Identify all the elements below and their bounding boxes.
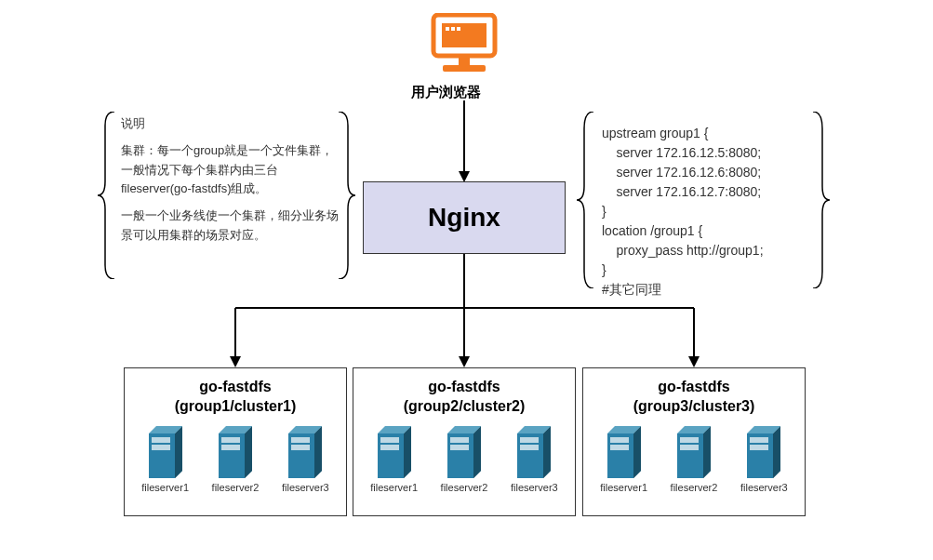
- svg-rect-58: [610, 445, 629, 450]
- svg-rect-28: [221, 445, 240, 450]
- svg-marker-19: [175, 426, 182, 478]
- server-item: fileserver3: [730, 426, 797, 493]
- svg-rect-51: [520, 437, 539, 443]
- svg-rect-52: [520, 445, 539, 450]
- svg-rect-1: [442, 23, 486, 47]
- left-note-title: 说明: [121, 114, 344, 134]
- group3-title: go-fastdfs (group3/cluster3): [589, 378, 799, 417]
- svg-rect-2: [446, 27, 449, 31]
- svg-marker-31: [314, 426, 322, 478]
- server-icon: [741, 426, 786, 478]
- nginx-box: Nginx: [363, 181, 566, 254]
- svg-marker-55: [633, 426, 641, 478]
- server-icon: [143, 426, 188, 478]
- svg-rect-70: [750, 445, 768, 450]
- svg-rect-63: [680, 437, 699, 443]
- svg-marker-49: [543, 426, 551, 478]
- svg-rect-64: [680, 445, 699, 450]
- server-icon: [672, 426, 716, 478]
- server-item: fileserver2: [431, 426, 498, 493]
- server-icon: [512, 426, 556, 478]
- architecture-diagram: 用户浏览器 说明 集群：每一个group就是一个文件集群，一般情况下每个集群内由…: [0, 0, 933, 560]
- svg-marker-25: [245, 426, 252, 478]
- group1-servers: fileserver1 fileserver2 fileserver3: [130, 426, 340, 493]
- svg-rect-57: [610, 437, 629, 443]
- svg-rect-33: [291, 437, 310, 443]
- svg-marker-37: [404, 426, 411, 478]
- svg-marker-67: [773, 426, 780, 478]
- svg-rect-5: [459, 56, 470, 65]
- server-icon: [283, 426, 327, 478]
- nginx-label: Nginx: [428, 203, 500, 233]
- server-icon: [213, 426, 258, 478]
- server-icon: [602, 426, 646, 478]
- server-item: fileserver1: [591, 426, 658, 493]
- svg-rect-34: [291, 445, 310, 450]
- svg-rect-45: [450, 437, 469, 443]
- svg-rect-22: [152, 445, 170, 450]
- server-item: fileserver3: [500, 426, 567, 493]
- connector-lines: [121, 254, 809, 375]
- server-item: fileserver2: [202, 426, 269, 493]
- server-item: fileserver1: [361, 426, 428, 493]
- svg-rect-6: [443, 65, 486, 72]
- server-icon: [372, 426, 417, 478]
- browser-label: 用户浏览器: [411, 84, 481, 101]
- svg-rect-21: [152, 437, 170, 443]
- group-box-3: go-fastdfs (group3/cluster3) fileserver1…: [582, 367, 806, 516]
- svg-rect-39: [380, 437, 399, 443]
- left-note-p1: 集群：每一个group就是一个文件集群，一般情况下每个集群内由三台fileser…: [121, 141, 344, 199]
- svg-rect-3: [451, 27, 455, 31]
- browser-icon: [424, 13, 504, 78]
- svg-marker-14: [459, 356, 470, 367]
- svg-rect-46: [450, 445, 469, 450]
- group1-title: go-fastdfs (group1/cluster1): [130, 378, 340, 417]
- group-box-2: go-fastdfs (group2/cluster2) fileserver1…: [353, 367, 576, 516]
- group3-servers: fileserver1 fileserver2 fileserver3: [589, 426, 799, 493]
- arrow-browser-nginx: [459, 100, 470, 184]
- server-icon: [442, 426, 486, 478]
- svg-marker-43: [473, 426, 481, 478]
- group2-servers: fileserver1 fileserver2 fileserver3: [359, 426, 569, 493]
- server-item: fileserver1: [132, 426, 199, 493]
- svg-marker-16: [688, 356, 700, 367]
- svg-rect-40: [380, 445, 399, 450]
- svg-rect-4: [457, 27, 460, 31]
- left-note-p2: 一般一个业务线使一个集群，细分业务场景可以用集群的场景对应。: [121, 207, 344, 246]
- brace-left-open: [98, 112, 118, 279]
- server-item: fileserver2: [660, 426, 727, 493]
- brace-right-close: [809, 112, 830, 288]
- svg-marker-61: [703, 426, 711, 478]
- left-annotation: 说明 集群：每一个group就是一个文件集群，一般情况下每个集群内由三台file…: [121, 114, 344, 253]
- server-item: fileserver3: [272, 426, 339, 493]
- svg-marker-12: [230, 356, 241, 367]
- svg-rect-69: [750, 437, 768, 443]
- group2-title: go-fastdfs (group2/cluster2): [359, 378, 569, 417]
- group-box-1: go-fastdfs (group1/cluster1) fileserver1…: [124, 367, 347, 516]
- svg-rect-27: [221, 437, 240, 443]
